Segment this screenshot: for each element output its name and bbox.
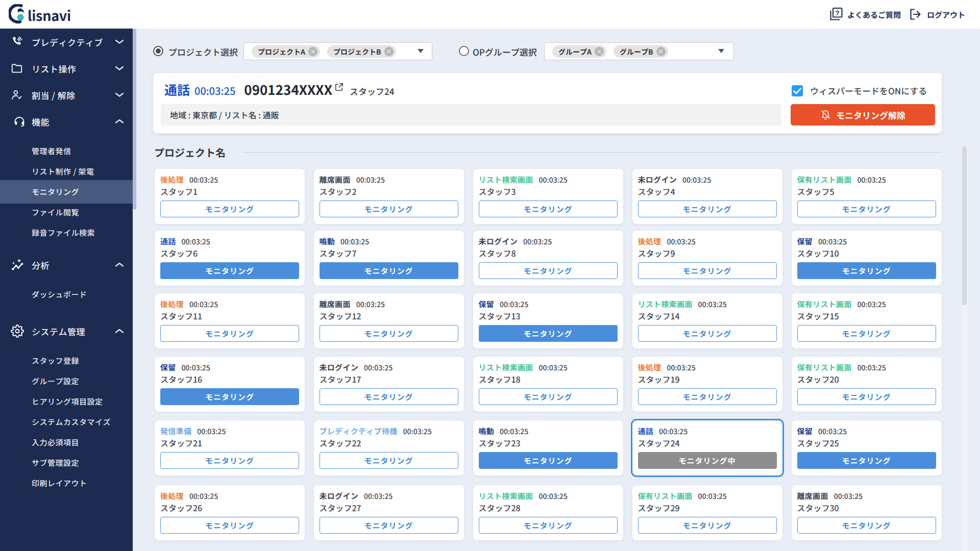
svg-text:?: ? [836, 8, 840, 17]
